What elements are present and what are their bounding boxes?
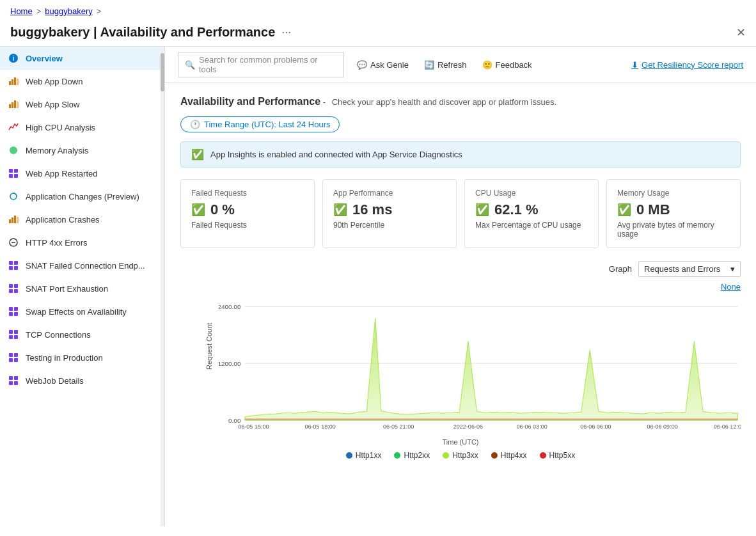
legend-dot-http2xx (394, 452, 400, 459)
svg-rect-5 (17, 79, 19, 85)
svg-text:06-05 21:00: 06-05 21:00 (383, 423, 414, 430)
close-button[interactable]: ✕ (736, 26, 746, 40)
sidebar-item-web-app-restarted[interactable]: Web App Restarted (0, 162, 164, 185)
metric-card-0: Failed Requests ✅ 0 % Failed Requests (180, 179, 315, 248)
sidebar-item-icon-http-4xx (8, 237, 19, 248)
legend-label-http4xx: Http4xx (501, 451, 527, 460)
metric-value-1: ✅ 16 ms (333, 201, 446, 218)
feedback-label: Feedback (496, 60, 532, 70)
svg-rect-23 (14, 261, 18, 265)
metric-card-2: CPU Usage ✅ 62.1 % Max Percentage of CPU… (464, 179, 599, 248)
ask-genie-icon: 💬 (357, 60, 367, 70)
feedback-button[interactable]: 🙂 Feedback (480, 59, 535, 71)
metric-label-3: Memory Usage (617, 189, 730, 198)
sidebar-item-web-app-slow[interactable]: Web App Slow (0, 93, 164, 116)
feedback-icon: 🙂 (482, 60, 492, 70)
sidebar-item-icon-app-crashes (8, 214, 19, 225)
legend-label-http1xx: Http1xx (356, 451, 382, 460)
svg-rect-32 (9, 312, 13, 316)
sidebar-item-icon-swap-effects (8, 306, 19, 317)
svg-rect-16 (9, 219, 11, 223)
sidebar-item-icon-overview: i (8, 52, 19, 64)
svg-rect-34 (9, 330, 13, 334)
metric-value-3: ✅ 0 MB (617, 201, 730, 218)
sidebar-item-label-tcp-conn: TCP Connections (26, 330, 91, 340)
graph-label: Graph (609, 264, 632, 274)
section-subtitle: Check your app's health and discover app… (332, 97, 557, 107)
search-placeholder: Search for common problems or tools (199, 55, 337, 74)
metric-card-1: App Performance ✅ 16 ms 90th Percentile (322, 179, 457, 248)
svg-rect-4 (14, 77, 16, 85)
svg-rect-27 (14, 284, 18, 288)
sidebar-item-snat-port[interactable]: SNAT Port Exhaustion (0, 277, 164, 300)
sidebar-item-icon-tcp-conn (8, 329, 19, 340)
svg-text:06-05 18:00: 06-05 18:00 (305, 423, 336, 430)
graph-controls: Graph Requests and Errors ▾ (180, 261, 741, 277)
metric-number-3: 0 MB (636, 201, 670, 218)
sidebar-item-web-app-down[interactable]: Web App Down (0, 70, 164, 93)
metric-number-0: 0 % (210, 201, 235, 218)
sidebar-item-overview[interactable]: iOverview (0, 47, 164, 70)
svg-rect-14 (14, 174, 18, 178)
sidebar-item-tcp-conn[interactable]: TCP Connections (0, 323, 164, 346)
sidebar-item-icon-web-app-restarted (8, 168, 19, 179)
svg-text:i: i (13, 55, 15, 62)
metric-card-3: Memory Usage ✅ 0 MB Avg private bytes of… (606, 179, 741, 248)
legend-dot-http5xx (540, 452, 546, 459)
ellipsis-menu[interactable]: ··· (281, 26, 291, 39)
sidebar-item-app-changes[interactable]: Application Changes (Preview) (0, 185, 164, 208)
metric-sub-3: Avg private bytes of memory usage (617, 221, 730, 239)
svg-text:06-06 09:00: 06-06 09:00 (647, 423, 677, 430)
toolbar: 🔍 Search for common problems or tools 💬 … (165, 47, 756, 83)
ask-genie-button[interactable]: 💬 Ask Genie (354, 59, 411, 71)
sidebar-item-memory[interactable]: Memory Analysis (0, 139, 164, 162)
legend-item-http3xx: Http3xx (443, 451, 478, 460)
svg-rect-39 (14, 353, 18, 357)
breadcrumb-app[interactable]: buggybakery (45, 6, 92, 16)
sidebar-item-high-cpu[interactable]: High CPU Analysis (0, 116, 164, 139)
svg-rect-40 (9, 358, 13, 362)
none-link[interactable]: None (721, 282, 741, 292)
svg-text:2400.00: 2400.00 (219, 303, 241, 310)
time-range-button[interactable]: 🕐 Time Range (UTC): Last 24 Hours (180, 116, 340, 132)
sidebar-item-swap-effects[interactable]: Swap Effects on Availability (0, 300, 164, 323)
metric-value-0: ✅ 0 % (191, 201, 304, 218)
svg-rect-45 (14, 381, 18, 385)
sidebar-item-icon-snat-failed (8, 260, 19, 271)
svg-rect-37 (14, 335, 18, 339)
breadcrumb-home[interactable]: Home (10, 6, 33, 16)
legend-label-http5xx: Http5xx (549, 451, 576, 460)
svg-rect-41 (14, 358, 18, 362)
svg-rect-30 (9, 307, 13, 311)
legend-item-http1xx: Http1xx (346, 451, 382, 460)
refresh-button[interactable]: 🔄 Refresh (421, 59, 469, 71)
chart-svg: 2400.00 1200.00 0.00 (219, 294, 741, 435)
sidebar-item-webjob[interactable]: WebJob Details (0, 369, 164, 392)
sidebar-item-icon-snat-port (8, 283, 19, 294)
legend-item-http2xx: Http2xx (394, 451, 430, 460)
graph-select[interactable]: Requests and Errors ▾ (638, 261, 741, 277)
svg-text:2022-06-06: 2022-06-06 (453, 423, 483, 430)
legend-dot-http1xx (346, 452, 352, 459)
sidebar-item-snat-failed[interactable]: SNAT Failed Connection Endp... (0, 254, 164, 277)
sidebar-item-http-4xx[interactable]: HTTP 4xx Errors (0, 231, 164, 254)
svg-rect-22 (9, 261, 13, 265)
sidebar-item-icon-memory (8, 145, 19, 156)
legend-dot-http4xx (491, 452, 498, 459)
svg-rect-2 (9, 81, 11, 85)
check-circle-icon: ✅ (191, 148, 204, 161)
graph-select-value: Requests and Errors (644, 264, 720, 274)
get-resiliency-button[interactable]: ⬇ Get Resiliency Score report (631, 60, 743, 70)
svg-rect-31 (14, 307, 18, 311)
breadcrumb: Home > buggybakery > (0, 0, 756, 22)
sidebar-item-icon-high-cpu (8, 122, 19, 133)
clock-icon: 🕐 (190, 120, 200, 129)
sidebar-item-testing[interactable]: Testing in Production (0, 346, 164, 369)
sidebar-item-icon-testing (8, 352, 19, 363)
alert-box: ✅ App Insights is enabled and connected … (180, 141, 741, 168)
search-box[interactable]: 🔍 Search for common problems or tools (178, 52, 344, 77)
svg-rect-13 (9, 174, 13, 178)
sidebar-item-label-testing: Testing in Production (26, 353, 103, 363)
chevron-down-icon: ▾ (730, 264, 735, 274)
sidebar-item-app-crashes[interactable]: Application Crashes (0, 208, 164, 231)
